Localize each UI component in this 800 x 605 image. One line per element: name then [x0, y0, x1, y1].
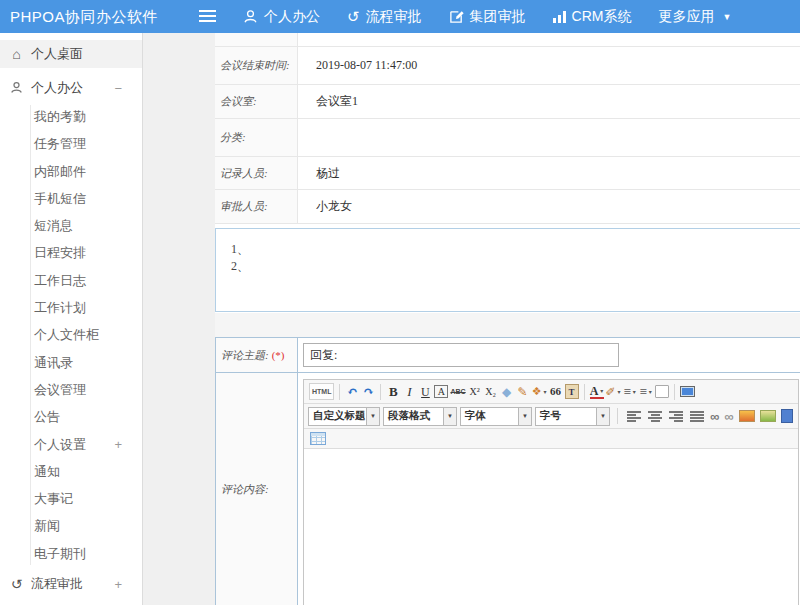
nav-group-approval[interactable]: 集团审批 — [449, 8, 526, 26]
sidebar-item-meeting-management[interactable]: 会议管理 — [0, 376, 142, 403]
align-justify-icon[interactable] — [690, 411, 704, 422]
caret-down-icon: ▼ — [443, 408, 456, 425]
sidebar-item-process-approval[interactable]: ↺ 流程审批 + — [0, 570, 142, 598]
sidebar-item-personal-desktop[interactable]: ⌂ 个人桌面 — [0, 40, 142, 68]
paste-word-icon[interactable]: T — [565, 384, 579, 399]
editor-content-area[interactable] — [304, 449, 798, 605]
nav-label: 流程审批 — [366, 8, 422, 26]
blockquote-icon[interactable]: 66 — [549, 383, 563, 400]
sidebar-item-notice[interactable]: 通知 — [0, 458, 142, 485]
sidebar-item-label: 通知 — [34, 464, 60, 479]
meeting-minutes-box[interactable]: 1、2、 — [215, 228, 800, 312]
person-icon — [9, 81, 24, 96]
nav-personal-office[interactable]: 个人办公 — [243, 8, 320, 26]
eraser-icon[interactable]: ◆ — [500, 383, 514, 400]
redo-icon[interactable]: ↷ — [361, 383, 375, 400]
sidebar-item-task-management[interactable]: 任务管理 — [0, 130, 142, 157]
underline-icon[interactable]: U — [418, 383, 432, 400]
editor-toolbar-row1: HTML↶↷BIUAABCX²X₂◆✎❖▾66TA▾✐▾≡▾≡▾ — [304, 380, 798, 404]
minutes-line: 2、 — [216, 258, 800, 275]
align-left-icon[interactable] — [627, 411, 641, 422]
field-value: 2019-08-07 11:47:00 — [298, 47, 800, 84]
sidebar-item-memorabilia[interactable]: 大事记 — [0, 485, 142, 512]
sidebar-item-personal-office[interactable]: 个人办公 − — [0, 74, 142, 102]
sidebar-item-label: 个人文件柜 — [34, 327, 99, 342]
sidebar-item-label: 我的考勤 — [34, 109, 86, 124]
align-center-icon[interactable] — [648, 411, 662, 422]
subscript-icon[interactable]: X₂ — [484, 383, 498, 400]
sidebar-item-announcement[interactable]: 公告 — [0, 403, 142, 430]
strikethrough-icon[interactable]: ABC — [450, 383, 465, 400]
superscript-icon[interactable]: X² — [468, 383, 482, 400]
nav-label: 集团审批 — [470, 8, 526, 26]
table-row-partial — [215, 33, 800, 47]
media-icon[interactable] — [760, 410, 776, 422]
font-border-icon[interactable]: A — [434, 385, 448, 398]
undo-icon[interactable]: ↶ — [345, 383, 359, 400]
sidebar-item-personal-settings[interactable]: 个人设置+ — [0, 431, 142, 458]
dropdown-label: 段落格式 — [384, 408, 443, 425]
sidebar-item-label: 短消息 — [34, 218, 73, 233]
caret-down-icon: ▼ — [518, 408, 531, 425]
unlink-icon[interactable]: ∞ — [724, 409, 733, 424]
sidebar-item-work-log[interactable]: 工作日志 — [0, 267, 142, 294]
sidebar-item-label: 个人办公 — [31, 79, 83, 97]
sidebar-item-internal-mail[interactable]: 内部邮件 — [0, 158, 142, 185]
bar-chart-icon — [553, 11, 566, 23]
align-right-icon[interactable] — [669, 411, 683, 422]
process-refresh-icon: ↺ — [347, 9, 360, 24]
sidebar-item-schedule[interactable]: 日程安排 — [0, 239, 142, 266]
italic-icon[interactable]: I — [402, 383, 416, 400]
expand-plus-icon[interactable]: + — [114, 431, 122, 458]
editor-toolbar-row3 — [304, 429, 798, 449]
font-family-dropdown[interactable]: 字体▼ — [460, 407, 532, 426]
caret-down-icon: ▾ — [649, 389, 652, 395]
person-icon — [243, 9, 258, 24]
sidebar-item-mobile-sms[interactable]: 手机短信 — [0, 185, 142, 212]
nav-label: 更多应用 — [658, 8, 714, 26]
sidebar-item-label: 任务管理 — [34, 136, 86, 151]
nav-process-approval[interactable]: ↺ 流程审批 — [347, 8, 422, 26]
font-size-dropdown[interactable]: 字号▼ — [535, 407, 610, 426]
sidebar-item-work-plan[interactable]: 工作计划 — [0, 294, 142, 321]
highlight-marker-icon[interactable]: ✐▾ — [606, 383, 621, 400]
sidebar-item-label: 个人设置 — [34, 437, 86, 452]
sidebar-item-my-attendance[interactable]: 我的考勤 — [0, 103, 142, 130]
sidebar-item-e-journal[interactable]: 电子期刊 — [0, 540, 142, 567]
new-page-icon[interactable] — [655, 385, 669, 398]
collapse-minus-icon[interactable]: − — [114, 81, 122, 96]
main-background: 会议结束时间:2019-08-07 11:47:00会议室:会议室1分类:记录人… — [143, 33, 800, 605]
table-icon[interactable] — [310, 432, 326, 445]
bold-icon[interactable]: B — [386, 383, 400, 400]
ordered-list-icon[interactable]: ≡▾ — [623, 383, 637, 400]
caret-down-icon: ▼ — [596, 408, 609, 425]
form-row-meeting-room: 会议室:会议室1 — [215, 85, 800, 119]
sidebar-item-news[interactable]: 新闻 — [0, 512, 142, 539]
meeting-detail-table: 会议结束时间:2019-08-07 11:47:00会议室:会议室1分类:记录人… — [215, 33, 800, 224]
hamburger-menu-icon[interactable] — [199, 10, 216, 22]
toolbar-separator — [380, 384, 381, 400]
sidebar-item-contacts[interactable]: 通讯录 — [0, 349, 142, 376]
video-icon[interactable] — [781, 409, 793, 423]
background-color-icon[interactable]: ❖▾ — [532, 383, 547, 400]
unordered-list-icon[interactable]: ≡▾ — [639, 383, 653, 400]
nav-more-apps[interactable]: 更多应用 ▼ — [658, 8, 731, 26]
sidebar-item-label: 工作计划 — [34, 300, 86, 315]
link-icon[interactable]: ∞ — [710, 409, 719, 424]
expand-plus-icon[interactable]: + — [114, 577, 122, 592]
sidebar-item-personal-files[interactable]: 个人文件柜 — [0, 321, 142, 348]
rich-text-editor: HTML↶↷BIUAABCX²X₂◆✎❖▾66TA▾✐▾≡▾≡▾ 自定义标题▼段… — [303, 379, 799, 605]
custom-title-dropdown[interactable]: 自定义标题▼ — [308, 407, 380, 426]
font-color-icon[interactable]: A▾ — [590, 384, 604, 399]
sidebar-item-short-message[interactable]: 短消息 — [0, 212, 142, 239]
fullscreen-icon[interactable] — [680, 386, 695, 397]
html-source-button[interactable]: HTML — [309, 383, 334, 400]
comment-subject-input[interactable] — [303, 343, 619, 367]
image-icon[interactable] — [739, 410, 755, 422]
form-row-approver: 审批人员:小龙女 — [215, 190, 800, 224]
format-brush-icon[interactable]: ✎ — [516, 383, 530, 400]
required-mark: (*) — [272, 349, 285, 361]
toolbar-separator — [617, 408, 618, 424]
nav-crm-system[interactable]: CRM系统 — [553, 8, 632, 26]
paragraph-format-dropdown[interactable]: 段落格式▼ — [383, 407, 457, 426]
